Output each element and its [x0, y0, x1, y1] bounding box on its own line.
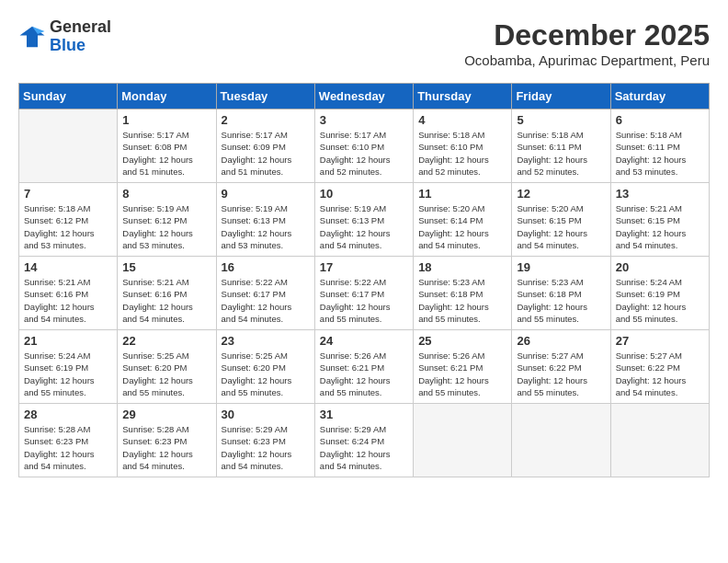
- day-number: 28: [24, 408, 112, 421]
- day-info: Sunrise: 5:18 AM Sunset: 6:11 PM Dayligh…: [616, 129, 704, 178]
- calendar-day-cell: 5Sunrise: 5:18 AM Sunset: 6:11 PM Daylig…: [512, 109, 610, 183]
- calendar-day-cell: 25Sunrise: 5:26 AM Sunset: 6:21 PM Dayli…: [414, 330, 512, 404]
- calendar-day-cell: 16Sunrise: 5:22 AM Sunset: 6:17 PM Dayli…: [216, 257, 314, 330]
- calendar-week-row: 1Sunrise: 5:17 AM Sunset: 6:08 PM Daylig…: [19, 109, 710, 183]
- day-info: Sunrise: 5:29 AM Sunset: 6:23 PM Dayligh…: [222, 423, 310, 472]
- day-number: 30: [222, 408, 310, 421]
- calendar-day-cell: 28Sunrise: 5:28 AM Sunset: 6:23 PM Dayli…: [19, 404, 118, 477]
- calendar-table: SundayMondayTuesdayWednesdayThursdayFrid…: [18, 83, 710, 477]
- calendar-day-cell: 30Sunrise: 5:29 AM Sunset: 6:23 PM Dayli…: [216, 404, 314, 477]
- calendar-day-cell: 10Sunrise: 5:19 AM Sunset: 6:13 PM Dayli…: [314, 183, 413, 257]
- calendar-day-cell: [414, 404, 512, 477]
- calendar-day-cell: 12Sunrise: 5:20 AM Sunset: 6:15 PM Dayli…: [512, 183, 610, 257]
- calendar-day-cell: 6Sunrise: 5:18 AM Sunset: 6:11 PM Daylig…: [610, 109, 709, 183]
- location-subtitle: Ocobamba, Apurimac Department, Peru: [464, 52, 710, 68]
- calendar-day-cell: 15Sunrise: 5:21 AM Sunset: 6:16 PM Dayli…: [118, 257, 216, 330]
- month-title: December 2025: [464, 18, 710, 52]
- calendar-day-cell: 27Sunrise: 5:27 AM Sunset: 6:22 PM Dayli…: [610, 330, 709, 404]
- day-info: Sunrise: 5:17 AM Sunset: 6:10 PM Dayligh…: [320, 129, 408, 178]
- day-number: 17: [320, 260, 408, 274]
- calendar-day-cell: [610, 404, 709, 477]
- day-number: 1: [122, 113, 210, 127]
- weekday-header: Monday: [118, 84, 216, 109]
- day-number: 5: [517, 113, 605, 127]
- day-number: 25: [418, 334, 506, 348]
- day-number: 10: [320, 187, 408, 201]
- day-number: 6: [616, 113, 704, 127]
- day-number: 26: [517, 334, 605, 348]
- logo-blue: Blue: [50, 37, 111, 55]
- calendar-day-cell: 17Sunrise: 5:22 AM Sunset: 6:17 PM Dayli…: [314, 257, 413, 330]
- day-info: Sunrise: 5:18 AM Sunset: 6:11 PM Dayligh…: [517, 129, 605, 178]
- calendar-day-cell: [512, 404, 610, 477]
- weekday-header: Friday: [512, 84, 610, 109]
- day-info: Sunrise: 5:17 AM Sunset: 6:09 PM Dayligh…: [222, 129, 310, 178]
- day-info: Sunrise: 5:29 AM Sunset: 6:24 PM Dayligh…: [320, 423, 408, 472]
- day-info: Sunrise: 5:25 AM Sunset: 6:20 PM Dayligh…: [122, 350, 210, 398]
- day-info: Sunrise: 5:24 AM Sunset: 6:19 PM Dayligh…: [616, 276, 704, 325]
- day-info: Sunrise: 5:21 AM Sunset: 6:16 PM Dayligh…: [122, 276, 210, 325]
- day-number: 14: [24, 260, 112, 274]
- day-number: 12: [517, 187, 605, 201]
- day-number: 19: [517, 260, 605, 274]
- calendar-day-cell: 24Sunrise: 5:26 AM Sunset: 6:21 PM Dayli…: [314, 330, 413, 404]
- logo-general: General: [50, 18, 111, 37]
- calendar-week-row: 7Sunrise: 5:18 AM Sunset: 6:12 PM Daylig…: [19, 183, 710, 257]
- calendar-week-row: 14Sunrise: 5:21 AM Sunset: 6:16 PM Dayli…: [19, 257, 710, 330]
- calendar-day-cell: 7Sunrise: 5:18 AM Sunset: 6:12 PM Daylig…: [19, 183, 118, 257]
- day-info: Sunrise: 5:27 AM Sunset: 6:22 PM Dayligh…: [616, 350, 704, 398]
- day-number: 3: [320, 113, 408, 127]
- day-number: 24: [320, 334, 408, 348]
- calendar-day-cell: 23Sunrise: 5:25 AM Sunset: 6:20 PM Dayli…: [216, 330, 314, 404]
- weekday-header: Tuesday: [216, 84, 314, 109]
- calendar-day-cell: 11Sunrise: 5:20 AM Sunset: 6:14 PM Dayli…: [414, 183, 512, 257]
- logo-text: General Blue: [50, 18, 111, 55]
- calendar-day-cell: 8Sunrise: 5:19 AM Sunset: 6:12 PM Daylig…: [118, 183, 216, 257]
- day-info: Sunrise: 5:17 AM Sunset: 6:08 PM Dayligh…: [122, 129, 210, 178]
- logo: General Blue: [18, 18, 111, 55]
- day-info: Sunrise: 5:23 AM Sunset: 6:18 PM Dayligh…: [418, 276, 506, 325]
- weekday-header: Thursday: [414, 84, 512, 109]
- day-number: 4: [418, 113, 506, 127]
- calendar-week-row: 21Sunrise: 5:24 AM Sunset: 6:19 PM Dayli…: [19, 330, 710, 404]
- day-info: Sunrise: 5:24 AM Sunset: 6:19 PM Dayligh…: [24, 350, 112, 398]
- day-info: Sunrise: 5:20 AM Sunset: 6:15 PM Dayligh…: [517, 202, 605, 251]
- calendar-day-cell: 13Sunrise: 5:21 AM Sunset: 6:15 PM Dayli…: [610, 183, 709, 257]
- svg-marker-0: [20, 27, 45, 48]
- calendar-day-cell: 20Sunrise: 5:24 AM Sunset: 6:19 PM Dayli…: [610, 257, 709, 330]
- calendar-day-cell: 18Sunrise: 5:23 AM Sunset: 6:18 PM Dayli…: [414, 257, 512, 330]
- day-info: Sunrise: 5:19 AM Sunset: 6:13 PM Dayligh…: [222, 202, 310, 251]
- day-info: Sunrise: 5:18 AM Sunset: 6:12 PM Dayligh…: [24, 202, 112, 251]
- day-info: Sunrise: 5:20 AM Sunset: 6:14 PM Dayligh…: [418, 202, 506, 251]
- calendar-day-cell: 26Sunrise: 5:27 AM Sunset: 6:22 PM Dayli…: [512, 330, 610, 404]
- day-info: Sunrise: 5:21 AM Sunset: 6:16 PM Dayligh…: [24, 276, 112, 325]
- day-number: 22: [122, 334, 210, 348]
- day-info: Sunrise: 5:26 AM Sunset: 6:21 PM Dayligh…: [320, 350, 408, 398]
- day-number: 18: [418, 260, 506, 274]
- day-number: 11: [418, 187, 506, 201]
- day-number: 9: [222, 187, 310, 201]
- page-header: General Blue December 2025 Ocobamba, Apu…: [18, 18, 710, 68]
- day-number: 2: [222, 113, 310, 127]
- day-info: Sunrise: 5:22 AM Sunset: 6:17 PM Dayligh…: [320, 276, 408, 325]
- day-number: 29: [122, 408, 210, 421]
- day-info: Sunrise: 5:21 AM Sunset: 6:15 PM Dayligh…: [616, 202, 704, 251]
- day-number: 31: [320, 408, 408, 421]
- calendar-day-cell: 22Sunrise: 5:25 AM Sunset: 6:20 PM Dayli…: [118, 330, 216, 404]
- weekday-header: Sunday: [19, 84, 118, 109]
- day-number: 13: [616, 187, 704, 201]
- weekday-header: Saturday: [610, 84, 709, 109]
- title-block: December 2025 Ocobamba, Apurimac Departm…: [464, 18, 710, 68]
- day-number: 15: [122, 260, 210, 274]
- day-info: Sunrise: 5:28 AM Sunset: 6:23 PM Dayligh…: [122, 423, 210, 472]
- weekday-header: Wednesday: [314, 84, 413, 109]
- day-number: 16: [222, 260, 310, 274]
- day-number: 8: [122, 187, 210, 201]
- calendar-day-cell: 21Sunrise: 5:24 AM Sunset: 6:19 PM Dayli…: [19, 330, 118, 404]
- calendar-day-cell: 1Sunrise: 5:17 AM Sunset: 6:08 PM Daylig…: [118, 109, 216, 183]
- day-info: Sunrise: 5:25 AM Sunset: 6:20 PM Dayligh…: [222, 350, 310, 398]
- day-info: Sunrise: 5:26 AM Sunset: 6:21 PM Dayligh…: [418, 350, 506, 398]
- calendar-day-cell: 2Sunrise: 5:17 AM Sunset: 6:09 PM Daylig…: [216, 109, 314, 183]
- day-info: Sunrise: 5:22 AM Sunset: 6:17 PM Dayligh…: [222, 276, 310, 325]
- day-info: Sunrise: 5:18 AM Sunset: 6:10 PM Dayligh…: [418, 129, 506, 178]
